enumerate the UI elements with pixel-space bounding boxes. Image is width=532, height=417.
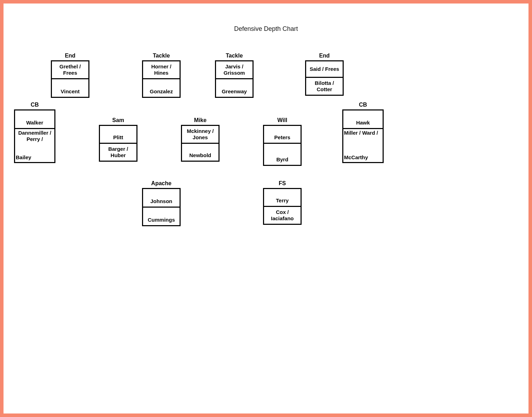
position-box: Hawk Miller / Ward / McCarthy [342,109,384,163]
position-fs: FS Terry Cox / Iaciafano [263,180,302,225]
starter-cell: Horner / Hines [143,61,180,78]
position-label: Tackle [215,53,254,59]
backup-cell: Vincent [52,78,88,97]
backup-cell: Bilotta / Cotter [306,77,343,95]
position-box: Jarvis / Grissom Greenway [215,60,254,98]
position-label: Mike [181,117,220,123]
position-tackle-right: Tackle Jarvis / Grissom Greenway [215,53,254,98]
backup-top: Dannemiller / Perry / [16,130,54,142]
starter-cell: Peters [264,126,301,143]
position-box: Peters Byrd [263,125,302,166]
position-end-left: End Grethel / Frees Vincent [51,53,89,98]
position-label: FS [263,180,302,187]
position-box: Walker Dannemiller / Perry / Bailey [14,109,55,163]
backup-top: Miller / Ward / [344,130,378,136]
starter-cell: Hawk [343,110,383,128]
position-label: Tackle [142,53,181,59]
backup-cell: Newbold [182,143,218,161]
position-label: CB [342,102,384,108]
backup-bottom: Bailey [16,154,31,161]
position-box: Grethel / Frees Vincent [51,60,89,98]
starter-cell: Mckinney / Jones [182,126,218,143]
position-box: Plitt Barger / Huber [99,125,137,162]
position-end-right: End Said / Frees Bilotta / Cotter [305,53,344,96]
position-tackle-left: Tackle Horner / Hines Gonzalez [142,53,181,98]
starter-cell: Walker [15,110,54,128]
position-box: Mckinney / Jones Newbold [181,125,220,162]
position-box: Said / Frees Bilotta / Cotter [305,60,344,96]
position-label: Apache [142,180,181,187]
depth-chart-frame: Defensive Depth Chart End Grethel / Free… [0,0,532,417]
position-box: Horner / Hines Gonzalez [142,60,181,98]
starter-cell: Plitt [100,126,136,143]
backup-cell: Byrd [264,143,301,165]
backup-cell: Miller / Ward / McCarthy [343,128,383,162]
page-title: Defensive Depth Chart [4,25,528,33]
position-box: Johnson Cummings [142,188,181,226]
starter-cell: Jarvis / Grissom [216,61,252,78]
starter-cell: Said / Frees [306,61,343,77]
position-mike: Mike Mckinney / Jones Newbold [181,117,220,162]
position-label: Will [263,117,302,123]
backup-cell: Dannemiller / Perry / Bailey [15,128,54,162]
starter-cell: Terry [264,189,301,206]
backup-cell: Barger / Huber [100,143,136,161]
position-label: CB [14,102,55,108]
position-label: Sam [99,117,137,123]
backup-cell: Cox / Iaciafano [264,206,301,224]
position-will: Will Peters Byrd [263,117,302,166]
backup-cell: Greenway [216,78,252,97]
backup-cell: Cummings [143,207,180,225]
position-cb-right: CB Hawk Miller / Ward / McCarthy [342,102,384,163]
position-label: End [305,53,344,59]
starter-cell: Grethel / Frees [52,61,88,78]
backup-cell: Gonzalez [143,78,180,97]
position-label: End [51,53,89,59]
backup-bottom: McCarthy [344,154,368,161]
position-apache: Apache Johnson Cummings [142,180,181,226]
position-sam: Sam Plitt Barger / Huber [99,117,137,162]
starter-cell: Johnson [143,189,180,207]
position-cb-left: CB Walker Dannemiller / Perry / Bailey [14,102,55,163]
position-box: Terry Cox / Iaciafano [263,188,302,225]
